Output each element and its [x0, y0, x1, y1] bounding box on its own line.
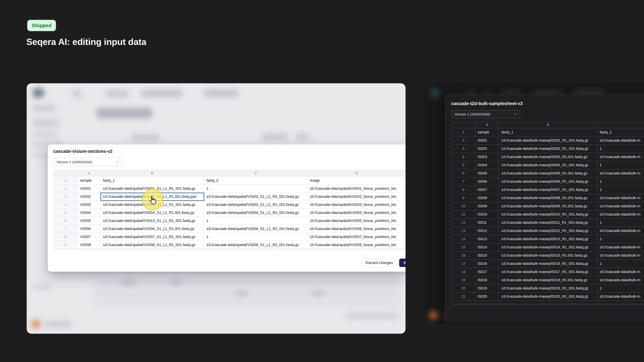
cell-A5[interactable]: VS004	[78, 209, 100, 217]
cell-A19[interactable]: IS018	[475, 276, 499, 284]
cell-B13[interactable]: s3://cascade-data/bulk-rnaseq/IS012_R1_0…	[499, 227, 598, 235]
cell-A3[interactable]: VS002	[78, 193, 100, 201]
cell-B5[interactable]: s3://cascade-data/bulk-rnaseq/IS004_R1_0…	[499, 161, 598, 169]
cell-X8[interactable]: 1	[598, 186, 644, 194]
cell-B6[interactable]: s3://cascade-data/spatial/VS013_S1_L1_R1…	[100, 217, 204, 225]
cell-A16[interactable]: IS015	[475, 252, 499, 260]
cell-B15[interactable]: s3://cascade-data/bulk-rnaseq/IS014_R1_0…	[499, 243, 598, 252]
cell-C7[interactable]: s3://cascade-data/spatial/VS006_S1_L1_R2…	[204, 225, 308, 233]
cell-X15[interactable]: s3://cascade-data/bulk-rn	[598, 243, 644, 252]
cell-X19[interactable]: s3://cascade-data/bulk-rn	[598, 276, 644, 284]
cell-X2[interactable]: s3://cascade-data/bulk-rn	[598, 137, 644, 145]
cell-B1[interactable]: fastq_1	[100, 177, 204, 185]
cell-C8[interactable]: 1	[204, 233, 308, 241]
cell-A6[interactable]: IS005	[475, 169, 499, 178]
cell-D6[interactable]: s3://cascade-data/spatial/VS005_tissue_p…	[308, 217, 406, 225]
cell-A1[interactable]: sample	[78, 177, 100, 185]
cell-A20[interactable]: IS019	[475, 284, 499, 293]
cell-A14[interactable]: IS013	[475, 235, 499, 243]
cell-D1[interactable]: image	[308, 177, 406, 185]
cell-X7[interactable]: 1	[598, 178, 644, 186]
cell-B10[interactable]: s3://cascade-data/bulk-rnaseq/IS009_R1.0…	[499, 202, 598, 211]
cell-B2[interactable]: s3://cascade-data/spatial/VS001_S1_L1_R1…	[100, 185, 204, 193]
cell-D3[interactable]: s3://cascade-data/spatial/VS002_tissue_p…	[308, 193, 406, 201]
cell-D8[interactable]: s3://cascade-data/spatial/VS007_tissue_p…	[308, 233, 406, 241]
cell-B21[interactable]: s3://cascade-data/bulk-rnaseq/IS020_R1_0…	[499, 293, 598, 301]
cell-D2[interactable]: s3://cascade-data/spatial/VS001_tissue_p…	[308, 185, 406, 193]
cell-B9[interactable]: s3://cascade-data/spatial/VS008_S1_L1_R1…	[100, 241, 204, 249]
cell-B11[interactable]: s3://cascade-data/bulk-rnaseq/IS010_R1_0…	[499, 211, 598, 219]
cell-X16[interactable]: s3://cascade-data/bulk-rn	[598, 252, 644, 260]
selected-cell-B3[interactable]: s3://cascade-data/spatial/VS002_S1_L1_R1…	[100, 193, 204, 201]
cell-A8[interactable]: IS007	[475, 186, 499, 194]
cell-X13[interactable]: s3://cascade-data/bulk-rn	[598, 227, 644, 235]
cell-A3[interactable]: IS002	[475, 145, 499, 153]
cell-A10[interactable]: IS009	[475, 202, 499, 211]
cell-A2[interactable]: VS001	[78, 185, 100, 193]
discard-changes-button[interactable]: Discard changes	[362, 259, 396, 267]
cell-B17[interactable]: s3://cascade-data/bulk-rnaseq/IS016_R1_0…	[499, 260, 598, 268]
cell-A7[interactable]: IS006	[475, 178, 499, 186]
cell-X17[interactable]: 1	[598, 260, 644, 268]
cell-B8[interactable]: s3://cascade-data/bulk-rnaseq/IS007_R1_0…	[499, 186, 598, 194]
cell-B8[interactable]: s3://cascade-data/spatial/VS007_S1_L1_R1…	[100, 233, 204, 241]
cell-empty-1[interactable]	[499, 301, 598, 304]
cell-A21[interactable]: IS020	[475, 293, 499, 301]
cell-A9[interactable]: IS008	[475, 194, 499, 202]
cell-empty-2[interactable]	[598, 301, 644, 304]
cell-B16[interactable]: s3://cascade-data/bulk-rnaseq/IS015_R1.0…	[499, 252, 598, 260]
cell-A9[interactable]: VS008	[78, 241, 100, 249]
cell-X11[interactable]: s3://cascade-data/bulk-rn	[598, 211, 644, 219]
cell-X3[interactable]: 1	[598, 145, 644, 153]
cell-X6[interactable]: s3://cascade-data/bulk-rn	[598, 169, 644, 178]
cell-A5[interactable]: IS004	[475, 161, 499, 169]
cell-D4[interactable]: s3://cascade-data/spatial/VS003_tissue_p…	[308, 201, 406, 209]
cell-C9[interactable]: s3://cascade-data/spatial/VS008_S1_L1_R2…	[204, 241, 308, 249]
cell-A18[interactable]: IS017	[475, 268, 499, 276]
cell-B14[interactable]: s3://cascade-data/bulk-rnaseq/IS013_R1_0…	[499, 235, 598, 243]
cell-B4[interactable]: s3://cascade-data/bulk-rnaseq/IS003_R1.0…	[499, 153, 598, 161]
cell-X14[interactable]: 1	[598, 235, 644, 243]
cell-A15[interactable]: IS014	[475, 243, 499, 252]
cell-A2[interactable]: IS001	[475, 137, 499, 145]
cell-X1[interactable]: fastq_2	[598, 128, 644, 137]
cell-B7[interactable]: s3://cascade-data/bulk-rnaseq/IS006_R1_0…	[499, 178, 598, 186]
cell-D7[interactable]: s3://cascade-data/spatial/VS006_tissue_p…	[308, 225, 406, 233]
cell-X20[interactable]: 1	[598, 284, 644, 293]
cell-C3[interactable]: s3://cascade-data/spatial/VS002_S1_L1_R2…	[204, 193, 308, 201]
cell-B7[interactable]: s3://cascade-data/spatial/VS006_S1_L1_R1…	[100, 225, 204, 233]
cell-empty-0[interactable]	[475, 301, 499, 304]
version-dropdown[interactable]: Version 1 (16/03/2026)	[53, 158, 122, 166]
cell-X12[interactable]: 1	[598, 219, 644, 227]
cell-X21[interactable]: s3://cascade-data/bulk-rn	[598, 293, 644, 301]
cell-A11[interactable]: IS010	[475, 211, 499, 219]
cell-X4[interactable]: s3://cascade-data/bulk-rn	[598, 153, 644, 161]
cell-X18[interactable]: s3://cascade-data/bulk-rn	[598, 268, 644, 276]
cell-A13[interactable]: IS012	[475, 227, 499, 235]
cell-A8[interactable]: VS007	[78, 233, 100, 241]
cell-B2[interactable]: s3://cascade-data/bulk-rnaseq/IS001_R1_0…	[499, 137, 598, 145]
version-dropdown-dark[interactable]: Version 1 (16/03/2026)	[451, 110, 520, 118]
cell-A1[interactable]: sample	[475, 128, 499, 137]
cell-X5[interactable]: 1	[598, 161, 644, 169]
cell-B6[interactable]: s3://cascade-data/bulk-rnaseq/IS005_R1.0…	[499, 169, 598, 178]
cell-A12[interactable]: IS011	[475, 219, 499, 227]
cell-D9[interactable]: s3://cascade-data/spatial/VS008_tissue_p…	[308, 241, 406, 249]
cell-B20[interactable]: s3://cascade-data/bulk-rnaseq/IS019_R1_0…	[499, 284, 598, 293]
cell-B12[interactable]: s3://cascade-data/bulk-rnaseq/IS011_R1_0…	[499, 219, 598, 227]
cell-B19[interactable]: s3://cascade-data/bulk-rnaseq/IS018_R1.0…	[499, 276, 598, 284]
cell-X9[interactable]: s3://cascade-data/bulk-rn	[598, 194, 644, 202]
cell-A6[interactable]: VS005	[78, 217, 100, 225]
cell-X10[interactable]: s3://cascade-data/bulk-rn	[598, 202, 644, 211]
cell-C5[interactable]: s3://cascade-data/spatial/VS004_S1_L1_R2…	[204, 209, 308, 217]
cell-A4[interactable]: VS003	[78, 201, 100, 209]
cell-C1[interactable]: fastq_2	[204, 177, 308, 185]
cell-B9[interactable]: s3://cascade-data/bulk-rnaseq/IS008_R1.0…	[499, 194, 598, 202]
cell-A7[interactable]: VS006	[78, 225, 100, 233]
cell-B3[interactable]: s3://cascade-data/bulk-rnaseq/IS002_R1_0…	[499, 145, 598, 153]
cell-B1[interactable]: fastq_1	[499, 128, 598, 137]
cell-C2[interactable]: 1	[204, 185, 308, 193]
cell-B18[interactable]: s3://cascade-data/bulk-rnaseq/IS017_R1_0…	[499, 268, 598, 276]
cell-C4[interactable]: s3://cascade-data/spatial/VS003_S1_L1_R2…	[204, 201, 308, 209]
cell-C6[interactable]: 1	[204, 217, 308, 225]
